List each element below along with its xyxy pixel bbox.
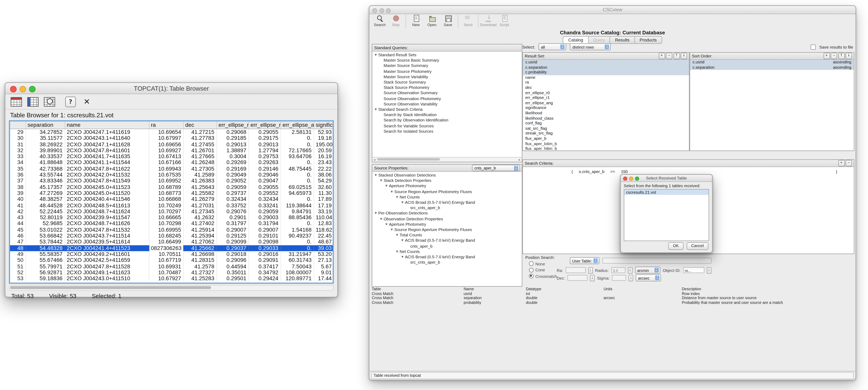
horizontal-scrollbar[interactable] — [372, 157, 522, 162]
ra-field[interactable] — [565, 267, 586, 273]
table-cell[interactable]: 2CXO J004239.5+411614 — [65, 239, 149, 245]
scrollbar-thumb[interactable] — [10, 286, 211, 289]
table-cell[interactable]: 0.35011 — [216, 269, 248, 275]
table-cell[interactable]: 33.19 — [314, 208, 334, 215]
table-cell[interactable]: 10.66868 — [149, 196, 183, 202]
table-cell[interactable]: 0. — [280, 221, 314, 227]
dec-stepper[interactable] — [590, 275, 595, 281]
table-cell[interactable]: 53.66842 — [26, 233, 65, 239]
table-row[interactable]: 3441.886482CXO J004241.1+41154410.671664… — [10, 160, 334, 166]
table-cell[interactable]: 0.29263 — [248, 160, 280, 166]
result-set-item[interactable]: likelihood — [523, 111, 689, 116]
table-cell[interactable]: 56.92871 — [26, 269, 65, 275]
expand-triangle-icon[interactable]: ▼ — [380, 178, 383, 184]
tree-item[interactable]: ▼Search by Stack Identification — [372, 112, 522, 118]
table-cell[interactable]: 2CXO J004241.7+411635 — [65, 154, 149, 160]
table-cell[interactable]: 53.01022 — [26, 227, 65, 233]
table-row[interactable]: 5055.674662CXO J004242.5+41165910.677194… — [10, 257, 334, 263]
tree-item[interactable]: ▼Standard Result Sets — [372, 52, 522, 58]
table-cell[interactable]: 0.29037 — [216, 245, 248, 251]
table-cell[interactable]: 60.31743 — [280, 257, 314, 263]
cancel-button[interactable]: Cancel — [686, 242, 709, 250]
table-cell[interactable]: 17.19 — [314, 202, 334, 208]
save-button[interactable]: Save — [440, 14, 456, 27]
column-header[interactable]: ra — [149, 122, 183, 129]
table-cell[interactable]: 0.29068 — [216, 129, 248, 135]
table-cell[interactable]: 0.29169 — [216, 166, 248, 172]
table-cell[interactable]: 0.29185 — [216, 135, 248, 141]
table-cell[interactable]: 38.06 — [314, 172, 334, 178]
table-cell[interactable]: 2CXO J004248.5+411613 — [65, 202, 149, 208]
table-cell[interactable]: 41.25283 — [183, 275, 216, 282]
table-cell[interactable]: 0.29552 — [248, 190, 280, 196]
table-cell[interactable]: 0.29013 — [248, 141, 280, 148]
move-up-button[interactable]: ↑ — [673, 53, 680, 59]
sort-order-item[interactable]: c.usridascending — [690, 60, 854, 65]
table-cell[interactable]: 10.69656 — [149, 141, 183, 148]
move-down-button[interactable]: ↓ — [845, 53, 852, 59]
table-cell[interactable]: 0.29013 — [216, 141, 248, 148]
remove-button[interactable]: − — [831, 53, 837, 59]
table-cell[interactable]: 10.68245 — [149, 233, 183, 239]
tree-item[interactable]: ▼Master Source Variability — [372, 74, 522, 79]
tree-item[interactable]: ▼Search for Variable Sources — [372, 123, 522, 129]
column-header[interactable]: significance — [314, 122, 334, 129]
horizontal-scrollbar[interactable] — [9, 285, 334, 291]
tree-item[interactable]: ▼ACIS Broad (0.5-7.0 keV) Energy Band — [372, 200, 522, 205]
table-cell[interactable]: 0. — [280, 239, 314, 245]
table-row[interactable]: 4148.445282CXO J004248.5+41161310.702494… — [10, 202, 334, 208]
minimize-window-icon[interactable] — [20, 86, 26, 92]
table-cell[interactable]: 2CXO J004249.1+411623 — [65, 269, 149, 275]
table-cell[interactable]: 90.49237 — [280, 233, 314, 239]
table-cell[interactable]: 41.28315 — [183, 257, 216, 263]
criterion-value[interactable]: 150 — [621, 169, 628, 173]
table-cell[interactable]: 0.29091 — [248, 257, 280, 263]
table-cell[interactable]: 0.29007 — [248, 227, 280, 233]
table-cell[interactable]: 48.67 — [314, 239, 334, 245]
table-circle-icon[interactable] — [44, 97, 55, 106]
table-cell[interactable]: 48.44528 — [26, 202, 65, 208]
received-table-item[interactable]: cscresults.21.vot — [624, 190, 709, 195]
radio-option-none[interactable]: None — [529, 261, 557, 266]
table-cell[interactable]: 195.00 — [314, 141, 334, 148]
result-set-item[interactable]: streak_src_flag — [523, 131, 689, 136]
table-cell[interactable]: 17.89 — [314, 196, 334, 202]
table-cell[interactable]: 119.38644 — [280, 202, 314, 208]
tree-item[interactable]: ▼Stack Source Summary — [372, 79, 522, 85]
table-cell[interactable]: 41.25643 — [183, 184, 216, 190]
table-row[interactable]: 4753.784422CXO J004239.5+41161410.664994… — [10, 239, 334, 245]
tree-item[interactable]: ▼Search for Isolated Sources — [372, 129, 522, 134]
radius-unit-dropdown[interactable]: arcmin — [635, 267, 660, 274]
expand-triangle-icon[interactable]: ▼ — [396, 194, 400, 200]
table-cell[interactable]: 41.26279 — [183, 196, 216, 202]
column-header[interactable]: err_ellipse_r0 — [216, 122, 248, 129]
table-cell[interactable]: 10.69927 — [149, 148, 183, 154]
table-cell[interactable]: 0.29046 — [248, 172, 280, 178]
tree-item[interactable]: ▼Source Region Aperture Photometry Fluxe… — [372, 189, 522, 194]
table-cell[interactable]: 41.27402 — [183, 221, 216, 227]
table-cell[interactable]: 41.2632 — [183, 215, 216, 221]
table-row[interactable]: 3845.173572CXO J004245.0+41152310.687894… — [10, 184, 334, 190]
radio-option-crossmatch[interactable]: Crossmatch — [529, 274, 557, 279]
table-cell[interactable]: 10.70487 — [149, 269, 183, 275]
table-cell[interactable]: 2CXO J004247.8+411549 — [65, 178, 149, 184]
tree-item[interactable]: ▼Observation Detection Properties — [372, 216, 522, 222]
table-cell[interactable]: 43.83346 — [26, 178, 65, 184]
table-cell[interactable]: 69.02515 — [280, 184, 314, 190]
table-cell[interactable]: 0.29099 — [216, 239, 248, 245]
table-blue-icon[interactable] — [27, 97, 38, 106]
table-row[interactable]: 4854.483282CXO J004241.4+411523082730626… — [10, 245, 334, 251]
result-set-item[interactable]: c.separation — [523, 65, 689, 70]
table-cell[interactable]: 0. — [280, 245, 314, 251]
criterion-row[interactable]: ( o.cnts_aper_b >= 150 ) — [523, 167, 854, 173]
table-cell[interactable]: 0.29146 — [248, 166, 280, 172]
add-button[interactable]: + — [658, 53, 665, 59]
table-cell[interactable]: 52.22445 — [26, 208, 65, 215]
table-cell[interactable]: 0.29096 — [216, 257, 248, 263]
table-cell[interactable]: 2CXO J004241.1+411544 — [65, 160, 149, 166]
table-cell[interactable]: 43.55744 — [26, 172, 65, 178]
table-cell[interactable]: 94.65973 — [280, 190, 314, 196]
table-cell[interactable]: 118.62 — [314, 227, 334, 233]
expand-triangle-icon[interactable]: ▼ — [401, 254, 405, 260]
table-cell[interactable]: 41.27327 — [183, 269, 216, 275]
